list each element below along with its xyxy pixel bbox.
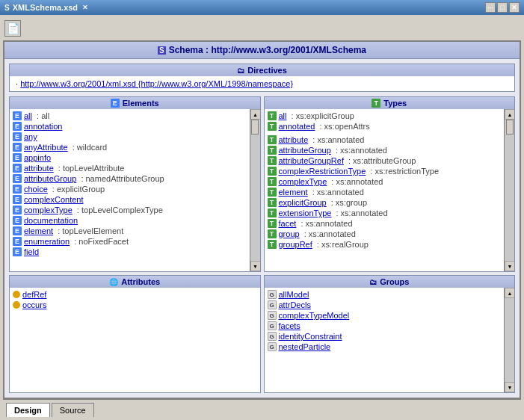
item-name[interactable]: complexRestrictionType <box>279 167 366 176</box>
item-name[interactable]: allModel <box>279 290 309 299</box>
list-item[interactable]: E all : all <box>13 111 247 121</box>
list-item[interactable]: G attrDecls <box>268 300 502 310</box>
item-name[interactable]: enumeration <box>24 237 70 246</box>
list-item[interactable]: T annotated : xs:openAttrs <box>268 121 502 132</box>
tab-source[interactable]: Source <box>52 403 94 417</box>
item-name[interactable]: extensionType <box>279 209 332 217</box>
item-name[interactable]: element <box>279 188 308 197</box>
list-item[interactable]: G nestedParticle <box>268 342 502 352</box>
list-item[interactable]: T all : xs:explicitGroup <box>268 111 502 121</box>
scroll-down-arrow[interactable]: ▼ <box>505 261 514 271</box>
element-icon: E <box>13 122 22 131</box>
item-name[interactable]: anyAttribute <box>24 143 68 152</box>
item-name[interactable]: defRef <box>22 290 46 299</box>
item-name[interactable]: attributeGroup <box>279 146 331 155</box>
list-item[interactable]: T element : xs:annotated <box>268 187 502 197</box>
list-item[interactable]: E enumeration : noFixedFacet <box>13 236 247 247</box>
list-item[interactable]: G identityConstraint <box>268 331 502 342</box>
list-item[interactable]: T attributeGroupRef : xs:attributeGroup <box>268 155 502 166</box>
list-item[interactable]: T attributeGroup : xs:annotated <box>268 145 502 155</box>
list-item[interactable]: T facet : xs:annotated <box>268 218 502 229</box>
groups-header: 🗂 Groups <box>265 276 515 288</box>
close-button[interactable]: ✕ <box>509 2 520 13</box>
item-name[interactable]: documentation <box>24 216 78 225</box>
list-item[interactable]: T explicitGroup : xs:group <box>268 197 502 208</box>
item-name[interactable]: attributeGroupRef <box>279 156 344 165</box>
item-type: : xs:attributeGroup <box>346 156 416 165</box>
item-name[interactable]: any <box>24 132 37 141</box>
content-area: 📄 S Schema : http://www.w3.org/2001/XMLS… <box>0 15 524 420</box>
item-name[interactable]: complexType <box>279 177 327 186</box>
item-name[interactable]: appinfo <box>24 153 51 162</box>
scroll-up-arrow[interactable]: ▲ <box>505 109 514 120</box>
item-name[interactable]: annotation <box>24 122 62 131</box>
item-name[interactable]: complexTypeModel <box>279 311 350 320</box>
window: S XMLSchema.xsd ✕ ─ □ ✕ 📄 S Schema : htt… <box>0 0 524 420</box>
scroll-up-arrow[interactable]: ▲ <box>250 109 260 120</box>
toolbar-button-1[interactable]: 📄 <box>4 20 21 37</box>
list-item[interactable]: T groupRef : xs:realGroup <box>268 239 502 250</box>
list-item[interactable]: E field <box>13 247 247 257</box>
list-item[interactable]: E anyAttribute : wildcard <box>13 142 247 152</box>
list-item[interactable]: G facets <box>268 321 502 331</box>
scroll-track <box>250 120 260 261</box>
item-name[interactable]: all <box>24 111 32 120</box>
list-item[interactable]: E attributeGroup : namedAttributeGroup <box>13 173 247 184</box>
list-item[interactable]: E appinfo <box>13 152 247 163</box>
item-name[interactable]: element <box>24 226 53 235</box>
list-item[interactable]: G allModel <box>268 289 502 300</box>
item-name[interactable]: occurs <box>22 300 46 309</box>
scroll-down-arrow[interactable]: ▼ <box>250 261 260 271</box>
list-item[interactable]: T group : xs:annotated <box>268 229 502 239</box>
list-item[interactable]: E element : topLevelElement <box>13 226 247 236</box>
group-icon: G <box>268 332 277 341</box>
list-item[interactable]: defRef <box>13 289 257 300</box>
item-name[interactable]: attribute <box>279 135 309 144</box>
list-item[interactable]: occurs <box>13 300 257 310</box>
item-name[interactable]: attribute <box>24 164 54 173</box>
item-name[interactable]: facet <box>279 219 297 228</box>
list-item[interactable]: E annotation <box>13 121 247 132</box>
item-name[interactable]: attributeGroup <box>24 174 76 183</box>
list-item[interactable]: T complexRestrictionType : xs:restrictio… <box>268 166 502 176</box>
item-name[interactable]: choice <box>24 185 48 194</box>
scroll-down-arrow[interactable]: ▼ <box>505 382 514 392</box>
scroll-up-arrow[interactable]: ▲ <box>505 288 514 298</box>
list-item[interactable]: T attribute : xs:annotated <box>268 135 502 145</box>
item-name[interactable]: nestedParticle <box>279 342 331 351</box>
minimize-button[interactable]: ─ <box>485 2 496 13</box>
tab-design[interactable]: Design <box>6 403 50 417</box>
types-scrollbar[interactable]: ▲ ▼ <box>504 109 514 271</box>
title-bar: S XMLSchema.xsd ✕ ─ □ ✕ <box>0 0 524 15</box>
list-item[interactable]: E documentation <box>13 215 247 226</box>
item-name[interactable]: attrDecls <box>279 300 311 309</box>
maximize-button[interactable]: □ <box>497 2 508 13</box>
groups-scrollbar[interactable]: ▲ ▼ <box>504 288 514 392</box>
list-item[interactable]: G complexTypeModel <box>268 310 502 321</box>
element-icon: E <box>13 132 22 141</box>
item-type: : topLevelAttribute <box>56 164 125 173</box>
elements-scrollbar[interactable]: ▲ ▼ <box>250 109 260 271</box>
element-icon: E <box>13 206 22 214</box>
item-type: : xs:openAttrs <box>317 122 369 131</box>
item-name[interactable]: complexType <box>24 206 73 214</box>
item-name[interactable]: group <box>279 229 300 238</box>
item-name[interactable]: annotated <box>279 122 315 131</box>
list-item[interactable]: E choice : explicitGroup <box>13 184 247 194</box>
item-name[interactable]: facets <box>279 321 300 330</box>
list-item[interactable]: E complexContent <box>13 194 247 205</box>
item-type: : xs:annotated <box>298 219 352 228</box>
list-item[interactable]: E attribute : topLevelAttribute <box>13 163 247 173</box>
list-item[interactable]: E any <box>13 132 247 142</box>
directive-link[interactable]: http://www.w3.org/2001/xml.xsd {http://w… <box>20 79 293 88</box>
item-name[interactable]: explicitGroup <box>279 198 327 207</box>
list-item[interactable]: E complexType : topLevelComplexType <box>13 205 247 215</box>
item-name[interactable]: identityConstraint <box>279 332 342 341</box>
list-item[interactable]: T complexType : xs:annotated <box>268 176 502 187</box>
item-name[interactable]: complexContent <box>24 195 84 204</box>
element-icon: E <box>13 111 22 120</box>
item-name[interactable]: groupRef <box>279 240 312 249</box>
list-item[interactable]: T extensionType : xs:annotated <box>268 208 502 218</box>
item-name[interactable]: field <box>24 247 39 256</box>
item-name[interactable]: all <box>279 111 287 120</box>
